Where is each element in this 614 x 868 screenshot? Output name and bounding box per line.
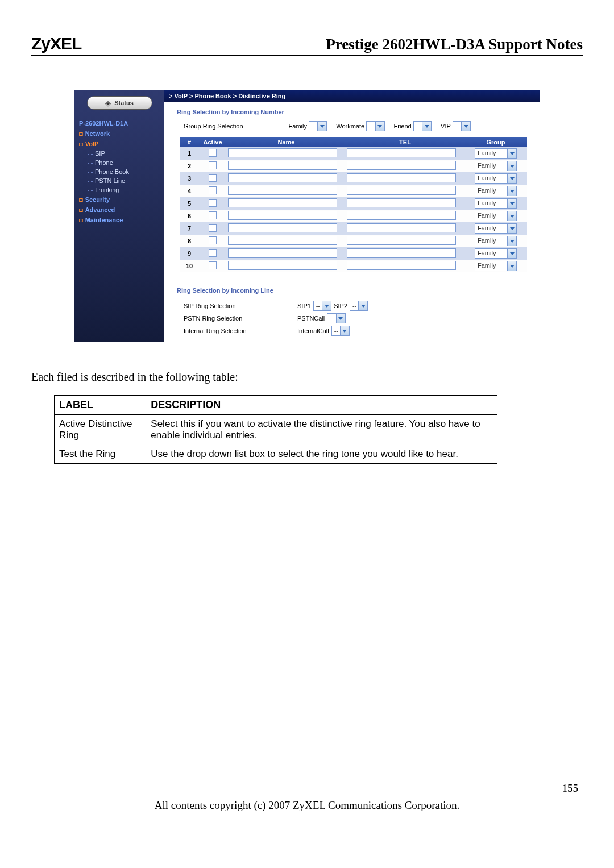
row-num: 5 <box>180 200 198 207</box>
row-num: 8 <box>180 238 198 244</box>
name-input[interactable] <box>228 198 337 207</box>
name-input[interactable] <box>228 211 337 220</box>
sidebar-item[interactable]: ◘Advanced <box>74 205 164 215</box>
name-input[interactable] <box>228 173 337 182</box>
section-title-1: Ring Selection by Incoming Number <box>164 102 540 119</box>
line-dropdown[interactable]: -- <box>327 313 345 323</box>
group-select[interactable]: Family <box>475 223 517 234</box>
chevron-down-icon <box>507 249 516 258</box>
active-checkbox[interactable] <box>209 161 217 169</box>
name-input[interactable] <box>228 261 337 270</box>
line-selects: InternalCall-- <box>297 326 422 336</box>
group-pair: Family-- <box>289 121 327 131</box>
active-checkbox[interactable] <box>209 249 217 257</box>
sidebar: ◈ Status P-2602HWL-D1A ◘Network◘VoIPSIPP… <box>74 90 164 342</box>
group-select[interactable]: Family <box>475 198 517 209</box>
active-checkbox[interactable] <box>209 211 217 219</box>
active-checkbox[interactable] <box>209 174 217 182</box>
sidebar-subitem[interactable]: PSTN Line <box>74 176 164 185</box>
col-active: Active <box>198 137 227 147</box>
name-input[interactable] <box>228 148 337 157</box>
tel-input[interactable] <box>347 248 456 258</box>
group-pair: Workmate-- <box>336 121 384 131</box>
table-row: 9Family <box>180 247 527 260</box>
group-select[interactable]: Family <box>475 261 517 271</box>
line-dropdown[interactable]: -- <box>331 326 350 336</box>
row-num: 6 <box>180 213 198 219</box>
tel-input[interactable] <box>347 261 456 270</box>
sidebar-item[interactable]: ◘VoIP <box>74 139 164 149</box>
line-dropdown[interactable]: -- <box>313 301 331 311</box>
group-dropdown[interactable]: -- <box>309 121 327 131</box>
doc-title: Prestige 2602HWL-D3A Support Notes <box>81 36 583 53</box>
group-select[interactable]: Family <box>475 211 517 221</box>
active-checkbox[interactable] <box>209 236 217 244</box>
chevron-down-icon <box>375 122 384 131</box>
bullet-icon: ◘ <box>79 140 83 147</box>
sidebar-subitem[interactable]: Phone Book <box>74 167 164 176</box>
active-checkbox[interactable] <box>209 186 217 194</box>
active-checkbox[interactable] <box>209 224 217 232</box>
active-checkbox[interactable] <box>209 261 217 269</box>
line-name: InternalCall <box>297 327 329 334</box>
section-title-2: Ring Selection by Incoming Line <box>164 280 540 297</box>
line-selects: PSTNCall-- <box>297 313 422 323</box>
status-pill[interactable]: ◈ Status <box>87 96 152 110</box>
table-row: 7Family <box>180 222 527 235</box>
name-input[interactable] <box>228 186 337 195</box>
tel-input[interactable] <box>347 211 456 220</box>
chevron-down-icon <box>507 174 516 183</box>
group-select[interactable]: Family <box>475 161 517 171</box>
chevron-down-icon <box>507 224 516 233</box>
desc-text: Select this if you want to activate the … <box>146 415 497 445</box>
bullet-icon: ◘ <box>79 130 83 137</box>
tel-input[interactable] <box>347 236 456 245</box>
chevron-down-icon <box>336 314 345 323</box>
tel-input[interactable] <box>347 186 456 195</box>
tel-input[interactable] <box>347 223 456 232</box>
tel-input[interactable] <box>347 148 456 157</box>
group-select[interactable]: Family <box>475 173 517 184</box>
group-select[interactable]: Family <box>475 236 517 246</box>
group-select[interactable]: Family <box>475 148 517 159</box>
group-ring-selection: Group Ring Selection Family--Workmate--F… <box>164 119 540 137</box>
group-dropdown[interactable]: -- <box>366 121 384 131</box>
tel-input[interactable] <box>347 198 456 207</box>
active-checkbox[interactable] <box>209 199 217 207</box>
group-name: VIP <box>441 123 451 130</box>
ring-table: # Active Name TEL Group 1Family2Family3F… <box>180 137 527 272</box>
desc-header-label: LABEL <box>55 396 146 415</box>
sidebar-subitem[interactable]: Phone <box>74 158 164 167</box>
table-row: 2Family <box>180 160 527 172</box>
sidebar-item[interactable]: ◘Network <box>74 128 164 139</box>
group-select[interactable]: Family <box>475 186 517 196</box>
sidebar-item[interactable]: ◘Maintenance <box>74 215 164 225</box>
sidebar-item[interactable]: ◘Security <box>74 194 164 205</box>
name-input[interactable] <box>228 236 337 245</box>
tel-input[interactable] <box>347 173 456 182</box>
chevron-down-icon <box>422 122 431 131</box>
name-input[interactable] <box>228 248 337 258</box>
active-checkbox[interactable] <box>209 149 217 157</box>
breadcrumb: > VoIP > Phone Book > Distinctive Ring <box>164 90 540 102</box>
table-row: 10Family <box>180 260 527 272</box>
name-input[interactable] <box>228 161 337 170</box>
page-number: 155 <box>31 782 583 795</box>
group-dropdown[interactable]: -- <box>453 121 471 131</box>
row-num: 7 <box>180 225 198 232</box>
group-select[interactable]: Family <box>475 248 517 259</box>
name-input[interactable] <box>228 223 337 232</box>
sidebar-subitem[interactable]: SIP <box>74 149 164 158</box>
line-name: PSTNCall <box>297 315 325 322</box>
group-pair: VIP-- <box>441 121 471 131</box>
line-dropdown[interactable]: -- <box>350 301 368 311</box>
sidebar-subitem[interactable]: Trunking <box>74 185 164 194</box>
line-name: SIP2 <box>334 302 347 309</box>
table-row: 1Family <box>180 147 527 160</box>
table-row: 5Family <box>180 197 527 210</box>
tel-input[interactable] <box>347 161 456 170</box>
logo: ZyXEL <box>31 34 81 53</box>
group-dropdown[interactable]: -- <box>413 121 432 131</box>
line-label: PSTN Ring Selection <box>184 315 297 322</box>
col-group: Group <box>464 137 527 147</box>
